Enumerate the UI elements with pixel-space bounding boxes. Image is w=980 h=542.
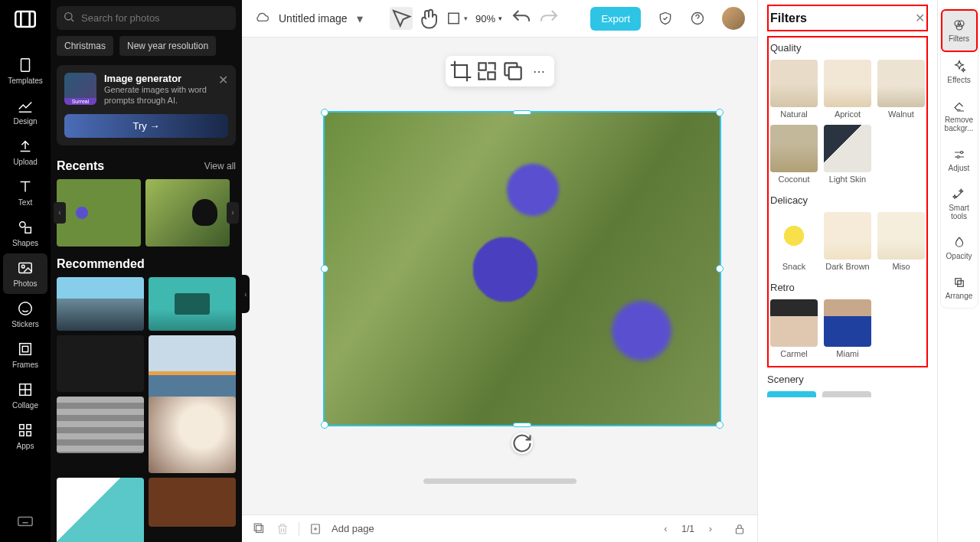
rail-filters[interactable]: Filters	[941, 9, 978, 52]
collage-icon	[17, 381, 34, 398]
nav-apps[interactable]: Apps	[0, 416, 51, 456]
filter-coconut[interactable]: Coconut	[770, 125, 818, 184]
resize-handle[interactable]	[513, 110, 531, 115]
close-icon[interactable]: ✕	[218, 73, 228, 87]
rail-remove-bg[interactable]: Remove backgr...	[941, 92, 978, 140]
photos-panel: Christmas New year resolution ✕ Surreal …	[51, 0, 242, 542]
prev-page[interactable]: ‹	[658, 522, 672, 536]
stock-photo[interactable]	[149, 397, 236, 473]
try-button[interactable]: Try →	[64, 114, 228, 138]
shield-icon[interactable]	[658, 11, 673, 26]
add-page-icon[interactable]	[309, 522, 322, 536]
export-button[interactable]: Export	[590, 7, 641, 31]
regenerate-button[interactable]	[475, 59, 499, 83]
nav-photos[interactable]: Photos	[3, 253, 47, 294]
filter-thumb[interactable]	[767, 391, 816, 397]
promo-avatar: Surreal	[64, 73, 96, 105]
resize-handle[interactable]	[321, 265, 328, 273]
crop-button[interactable]	[449, 59, 473, 83]
svg-rect-3	[25, 227, 31, 233]
nav-design[interactable]: Design	[0, 91, 51, 132]
more-button[interactable]: ⋯	[527, 59, 551, 83]
canvas[interactable]: ‹ ⋯	[242, 38, 757, 514]
hand-tool[interactable]	[417, 7, 440, 30]
rail-opacity[interactable]: Opacity	[941, 228, 978, 268]
recommended-heading: Recommended	[57, 257, 145, 271]
pointer-tool[interactable]	[390, 7, 413, 30]
duplicate-button[interactable]	[501, 59, 525, 83]
recent-thumb[interactable]	[57, 179, 141, 247]
filter-carmel[interactable]: Carmel	[770, 299, 818, 358]
svg-rect-10	[20, 425, 24, 429]
filter-snack[interactable]: Snack	[770, 212, 818, 271]
filter-lightskin[interactable]: Light Skin	[824, 125, 871, 184]
artboard-tool[interactable]: ▾	[445, 7, 468, 30]
resize-handle[interactable]	[716, 265, 724, 273]
layers-icon[interactable]	[253, 522, 266, 536]
horizontal-scrollbar[interactable]	[423, 478, 577, 484]
resize-handle[interactable]	[321, 421, 328, 429]
cloud-icon[interactable]	[254, 11, 270, 26]
view-all-link[interactable]: View all	[204, 161, 236, 171]
resize-handle[interactable]	[321, 109, 328, 116]
nav-upload[interactable]: Upload	[0, 132, 51, 172]
chip-christmas[interactable]: Christmas	[57, 36, 113, 56]
svg-rect-20	[508, 67, 521, 80]
search-input[interactable]	[57, 6, 236, 30]
trash-icon[interactable]	[276, 522, 289, 536]
rail-adjust[interactable]: Adjust	[941, 140, 978, 180]
nav-stickers[interactable]: Stickers	[0, 294, 51, 335]
rail-arrange[interactable]: Arrange	[941, 268, 978, 308]
stock-photo[interactable]	[57, 478, 144, 542]
rail-effects[interactable]: Effects	[941, 52, 978, 92]
svg-rect-16	[449, 13, 459, 23]
filter-darkbrown[interactable]: Dark Brown	[824, 212, 871, 271]
app-logo[interactable]	[12, 6, 38, 32]
stock-photo[interactable]	[149, 277, 236, 331]
resize-handle[interactable]	[716, 421, 724, 429]
help-icon[interactable]	[690, 11, 705, 26]
rail-smart-tools[interactable]: Smart tools	[941, 180, 978, 228]
nav-templates[interactable]: Templates	[0, 51, 51, 91]
nav-collage[interactable]: Collage	[0, 375, 51, 416]
resize-handle[interactable]	[513, 423, 531, 427]
lock-icon[interactable]	[733, 522, 746, 536]
carousel-prev[interactable]: ‹	[54, 202, 66, 224]
recommended-grid	[57, 277, 236, 542]
rotate-handle[interactable]	[511, 433, 533, 454]
keyboard-icon[interactable]	[17, 513, 34, 530]
svg-rect-18	[479, 63, 485, 70]
recent-thumb[interactable]	[145, 179, 230, 247]
document-title[interactable]: Untitled image	[279, 12, 348, 24]
adjust-icon	[952, 148, 966, 162]
stock-photo[interactable]	[57, 397, 144, 453]
category-quality: Quality	[770, 42, 925, 54]
stock-photo[interactable]	[57, 277, 144, 331]
chevron-down-icon[interactable]: ▾	[357, 11, 366, 26]
filter-natural[interactable]: Natural	[770, 60, 818, 119]
undo-button[interactable]	[510, 7, 533, 30]
add-page-label[interactable]: Add page	[332, 523, 374, 534]
close-icon[interactable]: ✕	[915, 11, 925, 25]
zoom-level[interactable]: 90%▾	[475, 13, 502, 24]
redo-button[interactable]	[537, 7, 560, 30]
selected-image[interactable]	[323, 111, 721, 426]
chip-newyear[interactable]: New year resolution	[119, 36, 216, 56]
filter-miso[interactable]: Miso	[877, 212, 925, 271]
next-page[interactable]: ›	[704, 522, 717, 536]
nav-shapes[interactable]: Shapes	[0, 213, 51, 253]
stock-photo[interactable]	[149, 478, 236, 527]
filter-thumb[interactable]	[822, 391, 871, 397]
filter-apricot[interactable]: Apricot	[824, 60, 871, 119]
user-avatar[interactable]	[722, 7, 745, 30]
filter-walnut[interactable]: Walnut	[877, 60, 925, 119]
filter-miami[interactable]: Miami	[824, 299, 871, 358]
nav-text[interactable]: Text	[0, 172, 51, 213]
collapse-panel-handle[interactable]: ‹	[242, 275, 250, 313]
resize-handle[interactable]	[716, 109, 724, 116]
carousel-next[interactable]: ›	[227, 202, 239, 224]
svg-rect-8	[22, 346, 28, 351]
stock-photo[interactable]	[57, 335, 144, 392]
nav-frames[interactable]: Frames	[0, 335, 51, 375]
svg-rect-13	[27, 432, 31, 436]
